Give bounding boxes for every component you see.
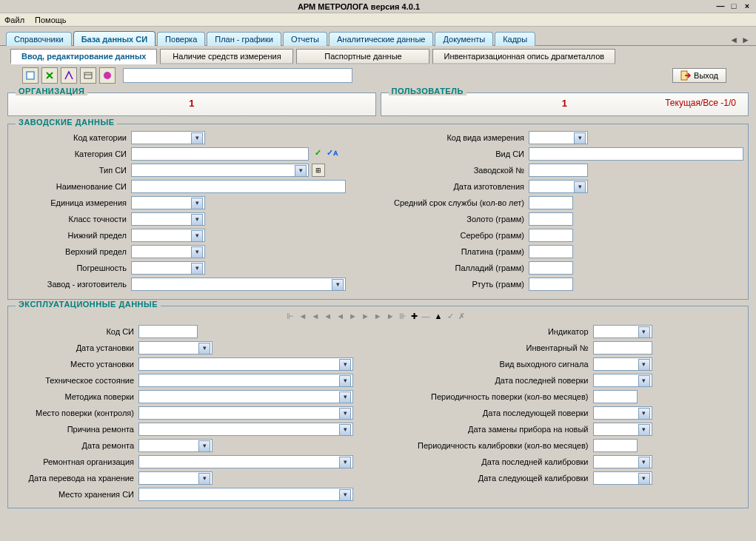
- tab-database-si[interactable]: База данных СИ: [73, 31, 155, 46]
- tab-analytics[interactable]: Аналитические данные: [329, 32, 433, 46]
- nav-cancel[interactable]: ✗: [458, 312, 469, 320]
- last-verification-date-combo[interactable]: [593, 374, 652, 387]
- subtab-input-edit[interactable]: Ввод, редактирование данных: [10, 49, 157, 64]
- verification-method-combo[interactable]: [138, 390, 353, 403]
- user-legend: ПОЛЬЗОВАТЕЛЬ: [389, 87, 466, 95]
- subtab-inventory[interactable]: Инвентаризационная опись драгметаллов: [432, 49, 615, 64]
- nav-next[interactable]: ►: [349, 312, 361, 320]
- current-all-counter: Текущая/Все -1/0: [665, 98, 736, 108]
- tab-references[interactable]: Справочники: [6, 32, 72, 46]
- silver-input[interactable]: [529, 229, 573, 242]
- tab-documents[interactable]: Документы: [435, 32, 493, 46]
- tab-plan-schedules[interactable]: План - графики: [207, 32, 281, 46]
- lbl-storage-place: Место хранения СИ: [13, 490, 138, 499]
- replacement-date-combo[interactable]: [593, 423, 652, 436]
- factory-number-input[interactable]: [529, 164, 588, 177]
- manufacture-date-combo[interactable]: [529, 180, 588, 193]
- type-si-combo[interactable]: [131, 164, 309, 177]
- lower-limit-combo[interactable]: [131, 229, 205, 242]
- inventory-number-input[interactable]: [593, 341, 652, 354]
- tech-condition-combo[interactable]: [138, 374, 353, 387]
- code-si-input[interactable]: [138, 325, 198, 338]
- gold-input[interactable]: [529, 212, 573, 226]
- measurement-code-combo[interactable]: [529, 131, 588, 144]
- nav-prev[interactable]: ◄: [336, 312, 349, 320]
- maximize-button[interactable]: □: [728, 1, 740, 12]
- category-si-input[interactable]: [131, 147, 309, 161]
- error-combo[interactable]: [131, 261, 205, 275]
- lbl-measurement-code: Код вида измерения: [388, 133, 529, 142]
- svg-rect-0: [27, 72, 34, 79]
- minimize-button[interactable]: —: [715, 1, 726, 12]
- output-signal-combo[interactable]: [593, 357, 652, 371]
- last-calibration-date-combo[interactable]: [593, 455, 652, 468]
- toolbtn-1[interactable]: [22, 67, 39, 84]
- upper-limit-combo[interactable]: [131, 245, 205, 258]
- palladium-input[interactable]: [529, 261, 573, 275]
- operational-data-group: ЭКСПЛУАТАЦИОННЫЕ ДАННЫЕ ⊩◄◄◄◄►►►►⊪✚—▲✓✗ …: [7, 306, 749, 508]
- verification-place-combo[interactable]: [138, 406, 353, 420]
- check-A-icon[interactable]: ✓ᴀ: [327, 148, 338, 160]
- kind-si-input[interactable]: [529, 147, 743, 161]
- install-date-combo[interactable]: [138, 341, 213, 354]
- tab-scroll-left[interactable]: ◄: [729, 35, 738, 45]
- nav-delete[interactable]: —: [422, 312, 435, 320]
- storage-place-combo[interactable]: [138, 488, 353, 501]
- next-calibration-date-combo[interactable]: [593, 471, 652, 485]
- nav-edit[interactable]: ▲: [435, 312, 447, 320]
- nav-prev-page[interactable]: ◄◄: [311, 312, 336, 320]
- nav-first[interactable]: ⊩◄: [287, 312, 311, 320]
- manufacturer-combo[interactable]: [131, 278, 346, 291]
- lbl-unit: Единица измерения: [13, 198, 131, 207]
- search-field[interactable]: [123, 68, 352, 83]
- menu-file[interactable]: Файл: [4, 14, 24, 25]
- lbl-gold: Золото (грамм): [388, 215, 529, 224]
- lbl-install-place: Место установки: [13, 360, 138, 369]
- lbl-error: Погрешность: [13, 263, 131, 272]
- next-verification-date-combo[interactable]: [593, 406, 652, 420]
- organization-group: ОРГАНИЗАЦИЯ 1: [7, 93, 376, 116]
- tab-verification[interactable]: Поверка: [157, 32, 205, 46]
- tab-reports[interactable]: Отчеты: [283, 32, 327, 46]
- repair-reason-combo[interactable]: [138, 423, 353, 436]
- mercury-input[interactable]: [529, 278, 573, 291]
- check-green-icon[interactable]: ✓: [312, 148, 324, 160]
- close-button[interactable]: ×: [741, 1, 753, 12]
- lbl-repair-org: Ремонтная организация: [13, 457, 138, 466]
- toolbtn-2[interactable]: [41, 67, 58, 84]
- storage-transfer-date-combo[interactable]: [138, 471, 213, 485]
- category-code-combo[interactable]: [131, 131, 205, 144]
- toolbtn-3[interactable]: [61, 67, 77, 84]
- repair-org-combo[interactable]: [138, 455, 353, 468]
- exit-icon: [680, 70, 691, 81]
- lbl-last-verification-date: Дата последней поверки: [401, 376, 593, 385]
- lbl-palladium: Палладий (грамм): [388, 263, 529, 272]
- nav-add[interactable]: ✚: [411, 312, 422, 320]
- subtab-passport[interactable]: Паспортные данные: [296, 49, 429, 64]
- nav-post[interactable]: ✓: [447, 312, 458, 320]
- nav-next-page[interactable]: ►►: [361, 312, 387, 320]
- lbl-category-code: Код категории: [13, 133, 131, 142]
- menu-help[interactable]: Помощь: [35, 14, 67, 25]
- nav-last[interactable]: ►⊪: [387, 312, 411, 320]
- calibration-period-input[interactable]: [593, 439, 638, 452]
- lbl-upper-limit: Верхний предел: [13, 247, 131, 256]
- verification-period-input[interactable]: [593, 390, 638, 403]
- toolbtn-5[interactable]: [99, 67, 116, 84]
- lbl-code-si: Код СИ: [13, 327, 138, 336]
- name-si-input[interactable]: [131, 180, 346, 193]
- install-place-combo[interactable]: [138, 357, 353, 371]
- titlebar: АРМ МЕТРОЛОГА версия 4.0.1 — □ ×: [0, 0, 756, 13]
- repair-date-combo[interactable]: [138, 439, 213, 452]
- tab-staff[interactable]: Кадры: [495, 32, 535, 46]
- service-life-input[interactable]: [529, 196, 573, 209]
- type-lookup-button[interactable]: ⊞: [312, 164, 325, 177]
- accuracy-class-combo[interactable]: [131, 212, 205, 226]
- unit-combo[interactable]: [131, 196, 205, 209]
- subtab-availability[interactable]: Наличие средств измерения: [160, 49, 293, 64]
- exit-button[interactable]: Выход: [672, 68, 726, 83]
- indicator-combo[interactable]: [593, 325, 652, 338]
- platinum-input[interactable]: [529, 245, 573, 258]
- tab-scroll-right[interactable]: ►: [741, 35, 750, 45]
- toolbtn-4[interactable]: [80, 67, 96, 84]
